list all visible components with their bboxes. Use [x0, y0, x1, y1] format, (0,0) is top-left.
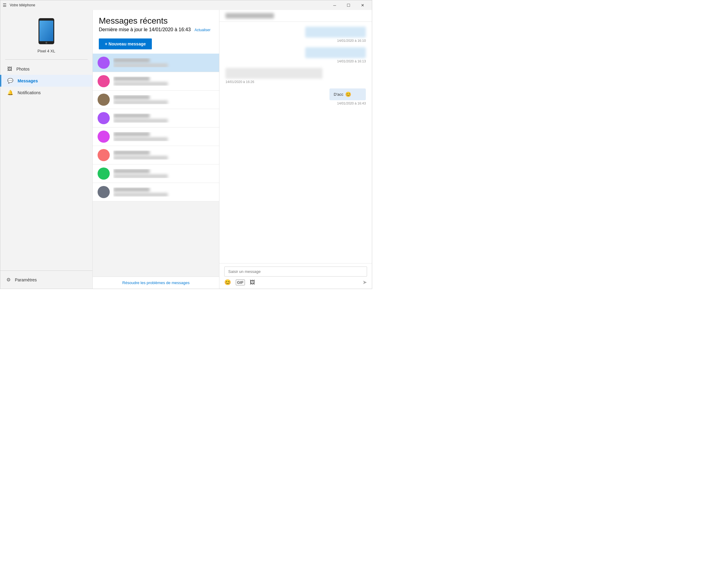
chat-header — [219, 10, 372, 22]
sidebar-item-label-notifications: Notifications — [18, 90, 41, 95]
gif-button[interactable]: GIF — [236, 280, 245, 285]
messages-subtitle: Dernière mise à jour le 14/01/2020 à 16:… — [99, 27, 213, 32]
svg-point-2 — [45, 42, 47, 44]
avatar — [98, 149, 110, 161]
conv-preview — [113, 119, 168, 123]
conv-preview — [113, 156, 168, 160]
send-button[interactable]: ➤ — [362, 279, 367, 285]
maximize-button[interactable]: ☐ — [342, 0, 356, 10]
image-button[interactable]: 🖼 — [250, 279, 255, 285]
conversation-list — [93, 54, 219, 277]
conv-name — [113, 132, 150, 136]
conv-name — [113, 95, 150, 99]
sent-emoji: 😊 — [345, 92, 351, 97]
app-title: Votre téléphone — [10, 3, 35, 7]
titlebar-controls: ─ ☐ ✕ — [328, 0, 369, 10]
emoji-picker-button[interactable]: 😊 — [224, 279, 231, 285]
notifications-icon: 🔔 — [7, 90, 13, 95]
app-body: Pixel 4 XL 🖼 Photos 💬 Messages 🔔 Notific… — [0, 10, 372, 289]
sidebar-item-photos[interactable]: 🖼 Photos — [0, 63, 92, 75]
conv-info — [113, 151, 214, 160]
sent-message-1: 14/01/2020 à 16:10 — [225, 27, 366, 42]
received-bubble-1 — [225, 68, 322, 79]
titlebar: ☰ Votre téléphone ─ ☐ ✕ — [0, 0, 372, 10]
avatar — [98, 186, 110, 198]
sent-text-content: D'acc — [334, 92, 343, 97]
conv-preview — [113, 101, 168, 104]
conv-info — [113, 132, 214, 141]
conv-name — [113, 188, 150, 192]
conv-name — [113, 58, 150, 62]
conv-info — [113, 114, 214, 123]
svg-rect-1 — [39, 21, 53, 41]
conversation-item[interactable] — [93, 146, 219, 165]
avatar — [98, 168, 110, 180]
conv-name — [113, 77, 150, 81]
chat-toolbar: 😊 GIF 🖼 ➤ — [224, 279, 367, 285]
chat-panel: 14/01/2020 à 16:10 14/01/2020 à 16:13 14… — [219, 10, 372, 289]
avatar — [98, 112, 110, 124]
nav-items: 🖼 Photos 💬 Messages 🔔 Notifications — [0, 61, 92, 271]
avatar — [98, 131, 110, 143]
chat-messages: 14/01/2020 à 16:10 14/01/2020 à 16:13 14… — [219, 22, 372, 263]
phone-icon — [37, 18, 55, 45]
conv-name — [113, 114, 150, 118]
sidebar-item-label-messages: Messages — [18, 78, 38, 83]
refresh-link[interactable]: Actualiser — [195, 28, 211, 32]
conv-preview — [113, 193, 168, 197]
conversation-item[interactable] — [93, 91, 219, 109]
device-section: Pixel 4 XL — [0, 10, 92, 58]
conv-info — [113, 188, 214, 197]
sent-bubble-2 — [305, 47, 366, 58]
photos-icon: 🖼 — [7, 66, 12, 72]
message-input[interactable] — [224, 267, 367, 277]
conversation-item[interactable] — [93, 128, 219, 146]
msg-time-2: 14/01/2020 à 16:13 — [337, 59, 366, 63]
sidebar-divider — [5, 59, 88, 60]
messages-icon: 💬 — [7, 78, 13, 84]
settings-icon: ⚙ — [6, 277, 11, 282]
sidebar-item-label-photos: Photos — [16, 67, 30, 72]
sidebar: Pixel 4 XL 🖼 Photos 💬 Messages 🔔 Notific… — [0, 10, 93, 289]
device-name: Pixel 4 XL — [38, 49, 55, 53]
conv-preview — [113, 64, 168, 67]
resolve-problems-link[interactable]: Résoudre les problèmes de messages — [93, 277, 219, 289]
msg-time-1: 14/01/2020 à 16:10 — [337, 39, 366, 42]
sidebar-bottom: ⚙ Paramètres — [0, 271, 92, 289]
conv-info — [113, 169, 214, 178]
new-message-button[interactable]: + Nouveau message — [99, 38, 152, 49]
avatar — [98, 94, 110, 106]
sidebar-item-notifications[interactable]: 🔔 Notifications — [0, 87, 92, 99]
msg-time-3: 14/01/2020 à 16:26 — [225, 80, 254, 84]
phone-icon-wrapper — [34, 16, 58, 46]
conversation-item[interactable] — [93, 72, 219, 91]
conv-info — [113, 58, 214, 67]
conversation-item[interactable] — [93, 183, 219, 202]
sidebar-item-settings[interactable]: ⚙ Paramètres — [0, 274, 92, 285]
sent-message-2: 14/01/2020 à 16:13 — [225, 47, 366, 63]
sidebar-item-label-settings: Paramètres — [15, 278, 37, 282]
avatar — [98, 57, 110, 69]
received-message-1: 14/01/2020 à 16:26 — [225, 68, 366, 84]
conversation-item[interactable] — [93, 109, 219, 128]
sidebar-item-messages[interactable]: 💬 Messages — [0, 75, 92, 87]
sent-message-text: D'acc 😊 14/01/2020 à 16:43 — [225, 88, 366, 105]
conversation-item[interactable] — [93, 165, 219, 183]
conv-info — [113, 77, 214, 86]
avatar — [98, 75, 110, 87]
last-update-text: Dernière mise à jour le 14/01/2020 à 16:… — [99, 27, 191, 32]
chat-input-area: 😊 GIF 🖼 ➤ — [219, 263, 372, 289]
sent-text-bubble: D'acc 😊 — [329, 88, 366, 100]
hamburger-icon[interactable]: ☰ — [3, 3, 7, 8]
conv-preview — [113, 82, 168, 86]
conv-name — [113, 151, 150, 155]
minimize-button[interactable]: ─ — [328, 0, 342, 10]
conv-name — [113, 169, 150, 173]
close-button[interactable]: ✕ — [356, 0, 369, 10]
titlebar-left: ☰ Votre téléphone — [3, 3, 35, 8]
conv-info — [113, 95, 214, 104]
conversation-item[interactable] — [93, 54, 219, 72]
message-list-panel: Messages récents Dernière mise à jour le… — [93, 10, 219, 289]
conv-preview — [113, 175, 168, 178]
messages-title: Messages récents — [99, 16, 213, 26]
